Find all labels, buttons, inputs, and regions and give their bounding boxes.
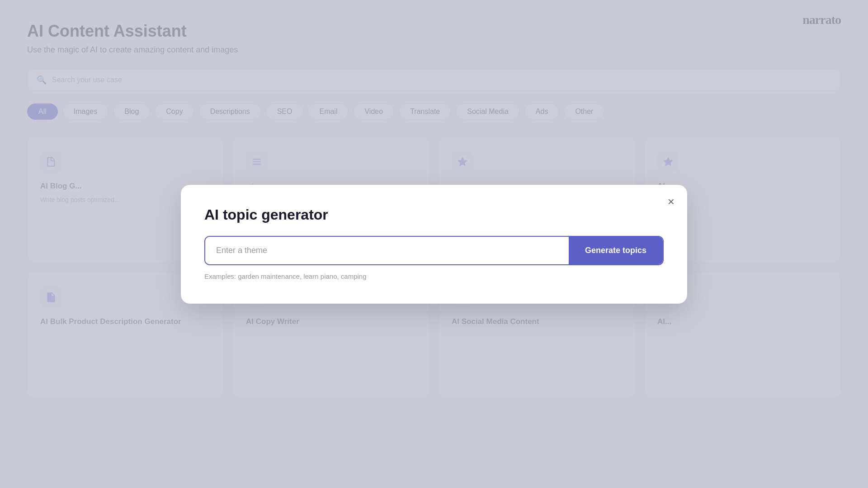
modal-input-row: Generate topics xyxy=(204,236,664,265)
ai-topic-generator-modal: × AI topic generator Generate topics Exa… xyxy=(181,185,687,304)
generate-topics-button[interactable]: Generate topics xyxy=(569,237,663,264)
theme-input[interactable] xyxy=(205,237,569,264)
close-button[interactable]: × xyxy=(668,196,675,207)
modal-title: AI topic generator xyxy=(204,206,664,223)
examples-text: Examples: garden maintenance, learn pian… xyxy=(204,272,664,280)
modal-overlay: × AI topic generator Generate topics Exa… xyxy=(0,0,868,488)
